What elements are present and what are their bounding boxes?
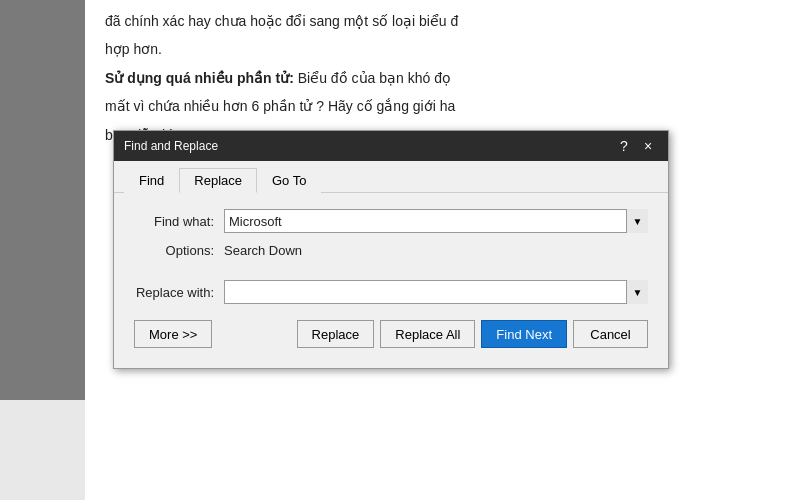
find-next-button[interactable]: Find Next: [481, 320, 567, 348]
dialog-close-button[interactable]: ×: [638, 136, 658, 156]
replace-with-dropdown[interactable]: ▼: [626, 280, 648, 304]
doc-line-1: đã chính xác hay chưa hoặc đổi sang một …: [105, 10, 781, 32]
doc-line-2: hợp hơn.: [105, 38, 781, 60]
more-button[interactable]: More >>: [134, 320, 212, 348]
buttons-row: More >> Replace Replace All Find Next Ca…: [134, 320, 648, 348]
tab-goto[interactable]: Go To: [257, 168, 321, 193]
replace-with-row: Replace with: ▼: [134, 280, 648, 304]
find-what-label: Find what:: [134, 214, 224, 229]
options-row: Options: Search Down: [134, 243, 648, 258]
find-what-input-wrapper: ▼: [224, 209, 648, 233]
replace-button[interactable]: Replace: [297, 320, 375, 348]
replace-all-button[interactable]: Replace All: [380, 320, 475, 348]
tab-find[interactable]: Find: [124, 168, 179, 193]
cancel-button[interactable]: Cancel: [573, 320, 648, 348]
dialog-controls: ? ×: [614, 136, 658, 156]
dialog-titlebar: Find and Replace ? ×: [114, 131, 668, 161]
replace-with-label: Replace with:: [134, 285, 224, 300]
doc-bottom-content: [85, 400, 801, 500]
dialog-help-button[interactable]: ?: [614, 136, 634, 156]
replace-with-field: ▼: [224, 280, 648, 304]
replace-with-input[interactable]: [224, 280, 648, 304]
options-label: Options:: [134, 243, 224, 258]
doc-line-4: mất vì chứa nhiều hơn 6 phần tử ? Hãy cố…: [105, 95, 781, 117]
dialog-title: Find and Replace: [124, 139, 218, 153]
replace-with-input-wrapper: ▼: [224, 280, 648, 304]
find-replace-dialog: Find and Replace ? × Find Replace Go To …: [113, 130, 669, 369]
find-what-input[interactable]: [224, 209, 648, 233]
dialog-tabs: Find Replace Go To: [114, 161, 668, 193]
doc-line-3: Sử dụng quá nhiều phần tử: Biểu đồ của b…: [105, 67, 781, 89]
options-value: Search Down: [224, 243, 302, 258]
separator: [134, 268, 648, 280]
doc-bold-text: Sử dụng quá nhiều phần tử:: [105, 70, 294, 86]
tab-replace[interactable]: Replace: [179, 168, 257, 193]
find-what-dropdown[interactable]: ▼: [626, 209, 648, 233]
doc-regular-text: Biểu đồ của bạn khó đọ: [298, 70, 451, 86]
find-what-field: ▼: [224, 209, 648, 233]
dialog-body: Find what: ▼ Options: Search Down Replac…: [114, 193, 668, 368]
find-what-row: Find what: ▼: [134, 209, 648, 233]
doc-bottom-area: [0, 400, 801, 500]
